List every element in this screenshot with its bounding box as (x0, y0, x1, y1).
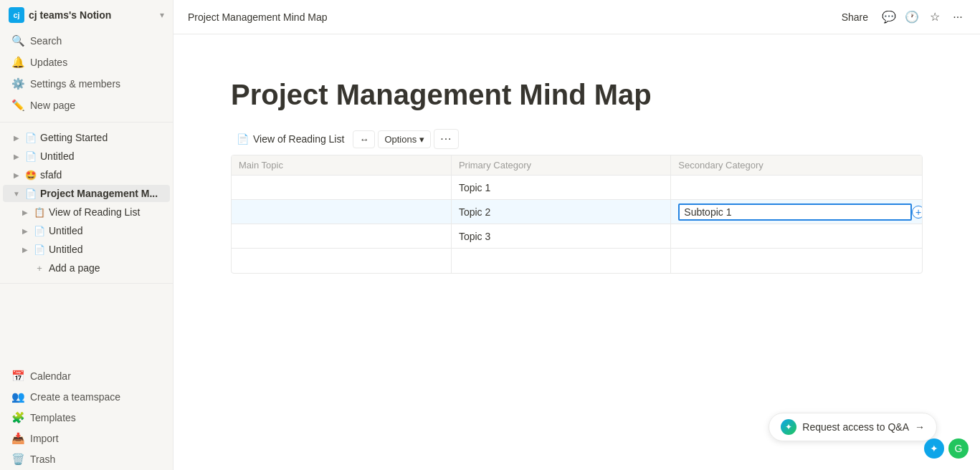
more-options-button[interactable]: ··· (434, 129, 458, 149)
sidebar-action-settings[interactable]: ⚙️ Settings & members (3, 74, 170, 94)
updates-icon: 🔔 (11, 56, 24, 69)
options-button[interactable]: Options ▾ (378, 130, 431, 148)
table-row: + ⠿ Topic 2 + (232, 200, 922, 224)
share-button[interactable]: Share (836, 9, 874, 26)
sidebar-action-new-page[interactable]: ✏️ New page (3, 95, 170, 115)
favorite-button[interactable]: ☆ (927, 9, 943, 25)
sidebar-bottom: 📅 Calendar 👥 Create a teamspace 🧩 Templa… (0, 365, 173, 470)
topbar: Project Management Mind Map Share 💬 🕐 ☆ … (173, 0, 980, 34)
cell-main-3[interactable] (232, 224, 451, 249)
sidebar-divider-2 (0, 283, 173, 284)
expand-button[interactable]: ↔ (353, 130, 375, 148)
sidebar-action-search[interactable]: 🔍 Search (3, 31, 170, 51)
trash-icon: 🗑️ (11, 453, 24, 466)
sidebar-item-untitled-2[interactable]: ▶ 📄 Untitled (3, 222, 170, 239)
column-header-main-topic[interactable]: Main Topic (232, 155, 451, 176)
request-access-icon: ✦ (781, 419, 796, 435)
sidebar-divider (0, 122, 173, 123)
cell-add-property-button[interactable]: + (912, 206, 923, 219)
item-label: Untitled (40, 150, 167, 162)
sidebar-item-create-teamspace[interactable]: 👥 Create a teamspace (3, 387, 170, 407)
column-header-secondary[interactable]: Secondary Category (671, 155, 922, 176)
sidebar-item-sfafd[interactable]: ▶ 🤩 sfafd (3, 166, 170, 183)
cell-main-4[interactable] (232, 249, 451, 273)
cell-secondary-3[interactable] (671, 224, 922, 249)
expand-icon: ↔ (359, 134, 368, 145)
search-label: Search (30, 35, 62, 47)
database-icon: 📋 (33, 206, 46, 219)
page-icon: 📄 (24, 187, 37, 200)
item-label: Untitled (49, 225, 167, 236)
column-header-primary[interactable]: Primary Category (451, 155, 670, 176)
sidebar-item-view-reading-list[interactable]: ▶ 📋 View of Reading List (3, 203, 170, 221)
item-label: Project Management M... (40, 188, 167, 199)
cell-main-1[interactable] (232, 176, 451, 200)
view-icon: 📄 (237, 133, 249, 145)
history-button[interactable]: 🕐 (904, 9, 920, 25)
comment-button[interactable]: 💬 (881, 9, 897, 25)
expand-arrow-icon: ▶ (20, 207, 30, 217)
sidebar-item-untitled-1[interactable]: ▶ 📄 Untitled (3, 148, 170, 165)
cell-secondary-4[interactable] (671, 249, 922, 273)
expand-arrow-icon: ▶ (11, 170, 22, 180)
import-label: Import (30, 433, 59, 444)
database-toolbar: 📄 View of Reading List ↔ Options ▾ ··· (231, 129, 923, 149)
cell-primary-4[interactable] (451, 249, 670, 273)
item-label: sfafd (40, 169, 167, 181)
page-content: Project Management Mind Map 📄 View of Re… (173, 34, 980, 470)
page-heading: Project Management Mind Map (231, 77, 923, 112)
page-icon: 📄 (24, 150, 37, 163)
cell-main-2[interactable]: + ⠿ (232, 200, 451, 224)
sidebar-item-calendar[interactable]: 📅 Calendar (3, 366, 170, 386)
settings-label: Settings & members (30, 78, 120, 90)
cell-primary-1[interactable]: Topic 1 (451, 176, 670, 200)
create-teamspace-label: Create a teamspace (30, 391, 120, 403)
expand-arrow-icon: ▶ (11, 151, 22, 161)
sidebar-action-updates[interactable]: 🔔 Updates (3, 52, 170, 72)
new-page-icon: ✏️ (11, 99, 24, 112)
cell-secondary-1[interactable] (671, 176, 922, 200)
cell-primary-2[interactable]: Topic 2 (451, 200, 670, 224)
more-button[interactable]: ··· (950, 9, 966, 25)
sidebar-item-untitled-3[interactable]: ▶ 📄 Untitled (3, 241, 170, 258)
cell-secondary-2[interactable]: + (671, 200, 922, 224)
trash-label: Trash (30, 454, 55, 465)
updates-label: Updates (30, 57, 67, 68)
expand-arrow-icon: ▼ (11, 188, 22, 198)
request-access-label: Request access to Q&A (802, 421, 909, 433)
teal-assist-icon[interactable]: ✦ (924, 438, 944, 459)
calendar-label: Calendar (30, 370, 71, 382)
expand-arrow-icon: ▶ (20, 244, 30, 254)
emoji-icon: 🤩 (24, 168, 37, 181)
table: Main Topic Primary Category Secondary Ca… (232, 155, 922, 273)
sidebar-item-trash[interactable]: 🗑️ Trash (3, 449, 170, 469)
sidebar-item-getting-started[interactable]: ▶ 📄 Getting Started (3, 129, 170, 146)
item-label: Untitled (49, 244, 167, 255)
cell-edit-input[interactable] (678, 203, 912, 221)
options-chevron-icon: ▾ (419, 134, 424, 145)
sidebar-item-project-mgmt[interactable]: ▼ 📄 Project Management M... (3, 185, 170, 202)
teamspace-icon: 👥 (11, 390, 24, 403)
search-icon: 🔍 (11, 34, 24, 47)
item-label: View of Reading List (49, 206, 167, 218)
view-title[interactable]: 📄 View of Reading List (231, 130, 350, 148)
table-row (232, 249, 922, 273)
options-label: Options (384, 134, 417, 145)
add-page-label: Add a page (49, 262, 167, 274)
settings-icon: ⚙️ (11, 77, 24, 90)
view-title-label: View of Reading List (253, 133, 344, 145)
sidebar-item-import[interactable]: 📥 Import (3, 428, 170, 449)
cell-primary-3[interactable]: Topic 3 (451, 224, 670, 249)
expand-arrow-icon: ▶ (20, 226, 30, 236)
page-icon: 📄 (33, 243, 46, 256)
calendar-icon: 📅 (11, 370, 24, 383)
page-icon: 📄 (33, 224, 46, 237)
workspace-header[interactable]: cj cj teams's Notion ▾ (0, 0, 173, 30)
sidebar-item-add-page[interactable]: ▶ + Add a page (3, 259, 170, 277)
sidebar-item-templates[interactable]: 🧩 Templates (3, 408, 170, 428)
green-assist-icon[interactable]: G (948, 438, 969, 459)
request-access-button[interactable]: ✦ Request access to Q&A → (769, 413, 937, 441)
topbar-actions: Share 💬 🕐 ☆ ··· (836, 9, 966, 26)
main-content: Project Management Mind Map Share 💬 🕐 ☆ … (173, 0, 980, 470)
expand-arrow-icon: ▶ (11, 133, 22, 143)
